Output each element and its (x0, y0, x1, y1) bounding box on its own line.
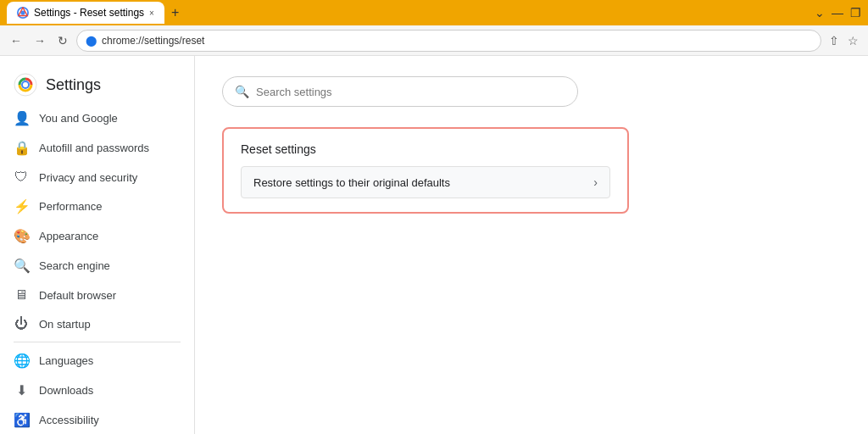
search-bar[interactable]: 🔍 (222, 76, 578, 107)
sidebar-item-appearance[interactable]: 🎨 Appearance (0, 221, 187, 251)
sidebar-item-accessibility[interactable]: ♿ Accessibility (0, 405, 187, 434)
toolbar-icons: ⇧ ☆ (826, 31, 861, 50)
settings-header: Settings (0, 63, 194, 103)
sidebar-item-privacy[interactable]: 🛡 Privacy and security (0, 163, 187, 192)
new-tab-button[interactable]: + (168, 5, 182, 20)
sidebar-item-autofill[interactable]: 🔒 Autofill and passwords (0, 133, 187, 163)
restore-defaults-text: Restore settings to their original defau… (253, 176, 450, 189)
restore-defaults-option[interactable]: Restore settings to their original defau… (241, 166, 610, 198)
autofill-label: Autofill and passwords (39, 142, 149, 154)
performance-icon: ⚡ (14, 198, 29, 214)
tab-title: Settings - Reset settings (34, 7, 144, 19)
accessibility-icon: ♿ (14, 412, 29, 428)
autofill-icon: 🔒 (14, 140, 29, 156)
performance-label: Performance (39, 200, 102, 213)
sidebar-item-default-browser[interactable]: 🖥 Default browser (0, 281, 187, 309)
tab-bar: Settings - Reset settings × + (7, 2, 808, 24)
sidebar: Settings 👤 You and Google 🔒 Autofill and… (0, 56, 195, 434)
default-browser-icon: 🖥 (14, 287, 29, 303)
titlebar: Settings - Reset settings × + ⌄ — ❐ (0, 0, 868, 25)
sidebar-divider-1 (14, 342, 181, 342)
reset-card-title: Reset settings (241, 142, 610, 156)
sidebar-item-downloads[interactable]: ⬇ Downloads (0, 376, 187, 405)
appearance-label: Appearance (39, 230, 98, 242)
window-controls: ⌄ — ❐ (815, 6, 861, 19)
reload-button[interactable]: ↻ (54, 31, 71, 51)
on-startup-icon: ⏻ (14, 316, 29, 331)
forward-button[interactable]: → (31, 31, 49, 51)
address-bar[interactable]: ⬤ chrome://settings/reset (76, 30, 821, 52)
privacy-icon: 🛡 (14, 170, 29, 185)
toolbar: ← → ↻ ⬤ chrome://settings/reset ⇧ ☆ (0, 25, 868, 56)
sidebar-item-on-startup[interactable]: ⏻ On startup (0, 309, 187, 338)
search-input[interactable] (256, 86, 565, 98)
active-tab[interactable]: Settings - Reset settings × (7, 2, 164, 24)
bookmark-button[interactable]: ☆ (845, 31, 861, 50)
share-button[interactable]: ⇧ (826, 31, 842, 50)
dropdown-button[interactable]: ⌄ (815, 6, 825, 19)
downloads-label: Downloads (39, 384, 93, 397)
languages-label: Languages (39, 354, 93, 367)
back-button[interactable]: ← (7, 31, 25, 51)
chrome-logo (14, 73, 37, 97)
reset-settings-card: Reset settings Restore settings to their… (222, 127, 629, 214)
sidebar-items-container: 👤 You and Google 🔒 Autofill and password… (0, 103, 194, 434)
sidebar-item-search-engine[interactable]: 🔍 Search engine (0, 251, 187, 281)
appearance-icon: 🎨 (14, 228, 29, 244)
svg-point-4 (23, 82, 28, 87)
downloads-icon: ⬇ (14, 382, 29, 398)
search-icon: 🔍 (235, 85, 249, 98)
main-layout: Settings 👤 You and Google 🔒 Autofill and… (0, 56, 868, 434)
chrome-favicon (17, 7, 29, 19)
maximize-button[interactable]: ❐ (850, 6, 861, 19)
site-icon: ⬤ (86, 35, 97, 47)
sidebar-item-you-google[interactable]: 👤 You and Google (0, 103, 187, 133)
sidebar-item-performance[interactable]: ⚡ Performance (0, 192, 187, 221)
privacy-label: Privacy and security (39, 171, 137, 184)
languages-icon: 🌐 (14, 353, 29, 369)
settings-page-title: Settings (46, 76, 101, 94)
you-google-icon: 👤 (14, 110, 29, 126)
accessibility-label: Accessibility (39, 414, 99, 426)
you-google-label: You and Google (39, 112, 118, 125)
restore-defaults-arrow: › (593, 175, 598, 189)
url-text: chrome://settings/reset (102, 35, 812, 47)
sidebar-item-languages[interactable]: 🌐 Languages (0, 346, 187, 376)
search-engine-icon: 🔍 (14, 258, 29, 274)
search-engine-label: Search engine (39, 259, 110, 272)
content-area: 🔍 Reset settings Restore settings to the… (195, 56, 868, 434)
on-startup-label: On startup (39, 318, 91, 331)
default-browser-label: Default browser (39, 289, 116, 302)
minimize-button[interactable]: — (832, 6, 843, 19)
tab-close-button[interactable]: × (149, 8, 154, 18)
